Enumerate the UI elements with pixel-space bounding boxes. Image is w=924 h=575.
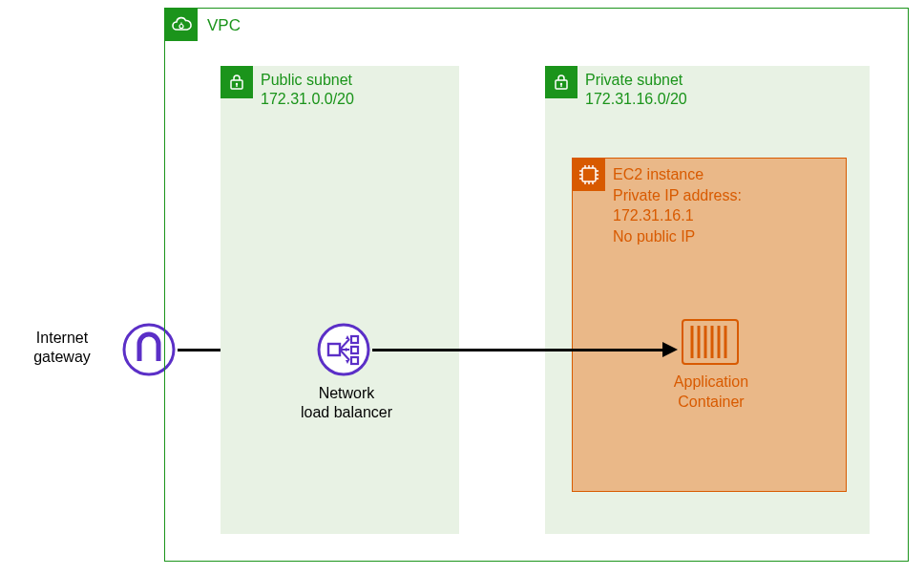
private-subnet-box: Private subnet 172.31.16.0/20: [545, 66, 870, 534]
ec2-no-public-ip: No public IP: [613, 226, 742, 247]
public-subnet-title: Public subnet: [261, 72, 352, 89]
container-label: Application Container: [649, 373, 773, 413]
public-subnet-lock-icon: [220, 66, 253, 98]
private-subnet-title: Private subnet: [585, 72, 682, 89]
vpc-label: VPC: [207, 16, 241, 35]
svg-rect-9: [582, 168, 596, 181]
container-icon: [682, 319, 739, 365]
network-load-balancer-icon: [317, 323, 370, 376]
ec2-instance-box: EC2 instance Private IP address: 172.31.…: [572, 158, 847, 492]
public-subnet-box: Public subnet 172.31.0.0/20: [220, 66, 459, 534]
ec2-title: EC2 instance: [613, 164, 742, 185]
ec2-chip-icon: [573, 159, 605, 191]
internet-gateway-label: Internet gateway: [19, 329, 105, 367]
private-subnet-lock-icon: [545, 66, 578, 98]
ec2-ip-label: Private IP address:: [613, 185, 742, 206]
vpc-box: VPC Public subnet 172.31.0.0/20 Private …: [164, 8, 909, 562]
ec2-instance-text: EC2 instance Private IP address: 172.31.…: [613, 164, 742, 246]
ec2-ip-value: 172.31.16.1: [613, 205, 742, 226]
vpc-cloud-icon: [165, 9, 198, 41]
private-subnet-cidr: 172.31.16.0/20: [585, 91, 687, 108]
public-subnet-cidr: 172.31.0.0/20: [261, 91, 354, 108]
network-load-balancer-label: Network load balancer: [284, 384, 409, 422]
svg-point-1: [179, 25, 183, 29]
